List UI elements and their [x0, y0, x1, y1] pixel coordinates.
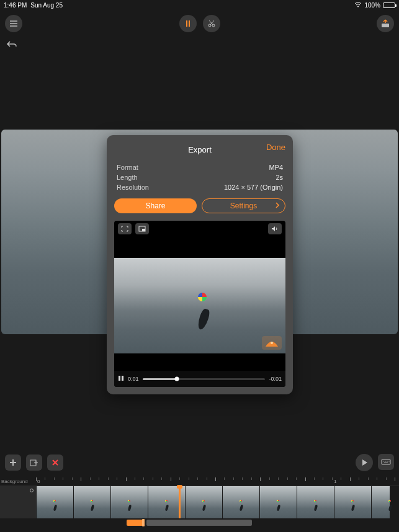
undo-button[interactable] — [6, 40, 17, 52]
export-button[interactable] — [377, 15, 394, 32]
play-button[interactable] — [356, 454, 373, 471]
overlay-segment[interactable] — [127, 520, 144, 526]
video-frame — [114, 258, 285, 353]
timeline[interactable]: Background 0 1 — [0, 477, 399, 532]
volume-icon[interactable] — [268, 223, 282, 234]
share-label: Share — [145, 202, 165, 210]
resolution-label: Resolution — [117, 184, 149, 191]
svg-point-0 — [357, 6, 359, 7]
thumb[interactable] — [371, 486, 390, 518]
video-preview: 0:01 -0:01 — [114, 221, 285, 387]
thumb[interactable] — [222, 486, 259, 518]
thumb[interactable] — [334, 486, 371, 518]
length-label: Length — [117, 174, 138, 181]
pause-button[interactable] — [118, 375, 124, 383]
thumb[interactable] — [297, 486, 334, 518]
format-label: Format — [117, 164, 138, 171]
overlay-track[interactable] — [0, 520, 399, 526]
export-title: Export — [188, 145, 212, 154]
ruler-label-1: 1 — [334, 479, 336, 484]
settings-button[interactable]: Settings — [202, 198, 285, 213]
fullscreen-icon[interactable] — [118, 223, 132, 234]
svg-point-27 — [388, 461, 389, 461]
svg-line-9 — [209, 20, 213, 25]
wifi-icon — [354, 2, 362, 9]
status-time: 1:46 PM — [4, 2, 27, 9]
cut-tool-button[interactable] — [203, 15, 220, 32]
track-head — [0, 486, 36, 518]
battery-pct: 100% — [364, 2, 380, 9]
delete-button[interactable] — [47, 454, 63, 471]
svg-rect-10 — [382, 24, 389, 27]
svg-line-8 — [210, 20, 214, 25]
background-track-label: Background — [1, 479, 28, 484]
dolphin — [196, 308, 211, 331]
chevron-right-icon — [275, 202, 280, 210]
svg-point-13 — [271, 342, 273, 344]
resolution-value: 1024 × 577 (Origin) — [224, 184, 283, 191]
settings-label: Settings — [230, 202, 257, 210]
bottom-toolbar — [0, 454, 399, 471]
svg-rect-15 — [122, 376, 123, 381]
pip-icon[interactable] — [135, 223, 149, 234]
thumb[interactable] — [259, 486, 297, 518]
status-bar: 1:46 PM Sun Aug 25 100% — [0, 0, 399, 10]
format-value: MP4 — [269, 164, 283, 171]
thumb[interactable] — [110, 486, 148, 518]
svg-rect-4 — [186, 20, 187, 27]
ruler-label-0: 0 — [37, 479, 40, 484]
remaining-time: -0:01 — [269, 376, 282, 382]
draw-tool-button[interactable] — [179, 15, 197, 32]
overlay-segment-gray[interactable] — [146, 520, 252, 526]
watermark-icon — [262, 336, 282, 350]
playhead[interactable] — [179, 486, 181, 518]
share-button[interactable]: Share — [114, 198, 197, 213]
svg-rect-12 — [142, 229, 145, 231]
length-value: 2s — [276, 174, 283, 181]
elapsed-time: 0:01 — [128, 376, 139, 382]
battery-icon — [383, 2, 395, 8]
done-button[interactable]: Done — [266, 143, 285, 152]
menu-button[interactable] — [5, 15, 22, 32]
export-modal: Export Done Format MP4 Length 2s Resolut… — [107, 135, 293, 394]
svg-point-26 — [387, 461, 387, 461]
svg-rect-5 — [189, 20, 190, 27]
svg-rect-28 — [384, 463, 388, 463]
scrubber[interactable] — [143, 378, 266, 380]
thumb[interactable] — [36, 486, 73, 518]
status-date: Sun Aug 25 — [30, 2, 63, 9]
add-clip-button[interactable] — [26, 454, 42, 471]
svg-rect-14 — [119, 376, 120, 381]
svg-rect-23 — [382, 459, 390, 464]
thumbnail-strip[interactable] — [0, 486, 399, 518]
svg-point-25 — [385, 461, 385, 461]
thumb[interactable] — [73, 486, 110, 518]
svg-point-24 — [383, 461, 383, 461]
thumb[interactable] — [185, 486, 222, 518]
top-toolbar — [0, 10, 399, 37]
keyboard-button[interactable] — [378, 454, 394, 470]
beach-ball — [198, 293, 207, 301]
add-button[interactable] — [5, 454, 21, 471]
timeline-ruler: Background 0 1 — [0, 477, 399, 486]
